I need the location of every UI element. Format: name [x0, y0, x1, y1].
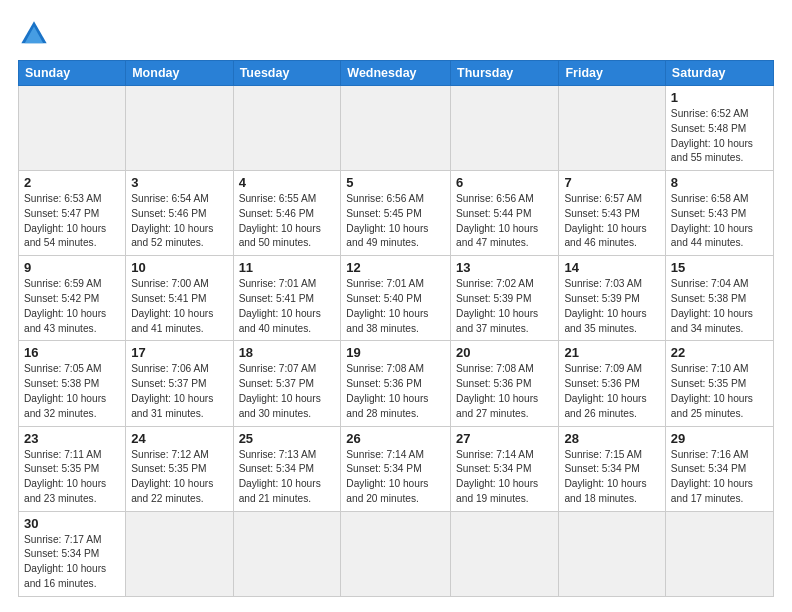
calendar-cell-20: 15Sunrise: 7:04 AM Sunset: 5:38 PM Dayli… — [665, 256, 773, 341]
weekday-header-thursday: Thursday — [451, 61, 559, 86]
day-number-15: 15 — [671, 260, 768, 275]
weekday-header-saturday: Saturday — [665, 61, 773, 86]
calendar-cell-7: 2Sunrise: 6:53 AM Sunset: 5:47 PM Daylig… — [19, 171, 126, 256]
calendar-cell-29: 24Sunrise: 7:12 AM Sunset: 5:35 PM Dayli… — [126, 426, 233, 511]
calendar-cell-26: 21Sunrise: 7:09 AM Sunset: 5:36 PM Dayli… — [559, 341, 665, 426]
day-info-4: Sunrise: 6:55 AM Sunset: 5:46 PM Dayligh… — [239, 192, 336, 251]
day-number-17: 17 — [131, 345, 227, 360]
day-info-1: Sunrise: 6:52 AM Sunset: 5:48 PM Dayligh… — [671, 107, 768, 166]
logo-icon — [18, 18, 50, 50]
calendar-cell-17: 12Sunrise: 7:01 AM Sunset: 5:40 PM Dayli… — [341, 256, 451, 341]
day-number-24: 24 — [131, 431, 227, 446]
day-info-16: Sunrise: 7:05 AM Sunset: 5:38 PM Dayligh… — [24, 362, 120, 421]
calendar-row-2: 2Sunrise: 6:53 AM Sunset: 5:47 PM Daylig… — [19, 171, 774, 256]
calendar-cell-6: 1Sunrise: 6:52 AM Sunset: 5:48 PM Daylig… — [665, 86, 773, 171]
calendar-cell-33: 28Sunrise: 7:15 AM Sunset: 5:34 PM Dayli… — [559, 426, 665, 511]
calendar-cell-9: 4Sunrise: 6:55 AM Sunset: 5:46 PM Daylig… — [233, 171, 341, 256]
calendar-cell-36 — [126, 511, 233, 596]
day-number-9: 9 — [24, 260, 120, 275]
day-number-11: 11 — [239, 260, 336, 275]
day-number-7: 7 — [564, 175, 659, 190]
day-info-3: Sunrise: 6:54 AM Sunset: 5:46 PM Dayligh… — [131, 192, 227, 251]
day-number-2: 2 — [24, 175, 120, 190]
day-info-18: Sunrise: 7:07 AM Sunset: 5:37 PM Dayligh… — [239, 362, 336, 421]
day-number-14: 14 — [564, 260, 659, 275]
weekday-header-monday: Monday — [126, 61, 233, 86]
day-info-30: Sunrise: 7:17 AM Sunset: 5:34 PM Dayligh… — [24, 533, 120, 592]
calendar-cell-1 — [126, 86, 233, 171]
calendar-cell-35: 30Sunrise: 7:17 AM Sunset: 5:34 PM Dayli… — [19, 511, 126, 596]
day-number-18: 18 — [239, 345, 336, 360]
calendar-cell-37 — [233, 511, 341, 596]
day-number-1: 1 — [671, 90, 768, 105]
day-number-23: 23 — [24, 431, 120, 446]
day-info-25: Sunrise: 7:13 AM Sunset: 5:34 PM Dayligh… — [239, 448, 336, 507]
day-number-25: 25 — [239, 431, 336, 446]
day-number-8: 8 — [671, 175, 768, 190]
calendar-cell-34: 29Sunrise: 7:16 AM Sunset: 5:34 PM Dayli… — [665, 426, 773, 511]
day-info-28: Sunrise: 7:15 AM Sunset: 5:34 PM Dayligh… — [564, 448, 659, 507]
calendar-cell-28: 23Sunrise: 7:11 AM Sunset: 5:35 PM Dayli… — [19, 426, 126, 511]
page: SundayMondayTuesdayWednesdayThursdayFrid… — [0, 0, 792, 612]
day-info-21: Sunrise: 7:09 AM Sunset: 5:36 PM Dayligh… — [564, 362, 659, 421]
calendar-cell-31: 26Sunrise: 7:14 AM Sunset: 5:34 PM Dayli… — [341, 426, 451, 511]
calendar-cell-23: 18Sunrise: 7:07 AM Sunset: 5:37 PM Dayli… — [233, 341, 341, 426]
day-number-20: 20 — [456, 345, 553, 360]
day-info-24: Sunrise: 7:12 AM Sunset: 5:35 PM Dayligh… — [131, 448, 227, 507]
calendar-cell-5 — [559, 86, 665, 171]
weekday-header-friday: Friday — [559, 61, 665, 86]
day-number-29: 29 — [671, 431, 768, 446]
calendar-cell-14: 9Sunrise: 6:59 AM Sunset: 5:42 PM Daylig… — [19, 256, 126, 341]
day-info-2: Sunrise: 6:53 AM Sunset: 5:47 PM Dayligh… — [24, 192, 120, 251]
day-info-23: Sunrise: 7:11 AM Sunset: 5:35 PM Dayligh… — [24, 448, 120, 507]
calendar-cell-32: 27Sunrise: 7:14 AM Sunset: 5:34 PM Dayli… — [451, 426, 559, 511]
day-number-16: 16 — [24, 345, 120, 360]
day-number-22: 22 — [671, 345, 768, 360]
calendar-cell-4 — [451, 86, 559, 171]
day-info-15: Sunrise: 7:04 AM Sunset: 5:38 PM Dayligh… — [671, 277, 768, 336]
day-info-8: Sunrise: 6:58 AM Sunset: 5:43 PM Dayligh… — [671, 192, 768, 251]
day-info-9: Sunrise: 6:59 AM Sunset: 5:42 PM Dayligh… — [24, 277, 120, 336]
calendar-cell-39 — [451, 511, 559, 596]
day-number-27: 27 — [456, 431, 553, 446]
day-info-11: Sunrise: 7:01 AM Sunset: 5:41 PM Dayligh… — [239, 277, 336, 336]
weekday-header-wednesday: Wednesday — [341, 61, 451, 86]
day-number-4: 4 — [239, 175, 336, 190]
day-number-30: 30 — [24, 516, 120, 531]
day-number-12: 12 — [346, 260, 445, 275]
calendar-cell-2 — [233, 86, 341, 171]
day-number-10: 10 — [131, 260, 227, 275]
calendar-cell-30: 25Sunrise: 7:13 AM Sunset: 5:34 PM Dayli… — [233, 426, 341, 511]
day-info-22: Sunrise: 7:10 AM Sunset: 5:35 PM Dayligh… — [671, 362, 768, 421]
calendar-cell-25: 20Sunrise: 7:08 AM Sunset: 5:36 PM Dayli… — [451, 341, 559, 426]
calendar-cell-21: 16Sunrise: 7:05 AM Sunset: 5:38 PM Dayli… — [19, 341, 126, 426]
calendar-row-4: 16Sunrise: 7:05 AM Sunset: 5:38 PM Dayli… — [19, 341, 774, 426]
day-number-5: 5 — [346, 175, 445, 190]
day-number-28: 28 — [564, 431, 659, 446]
calendar-row-3: 9Sunrise: 6:59 AM Sunset: 5:42 PM Daylig… — [19, 256, 774, 341]
day-info-26: Sunrise: 7:14 AM Sunset: 5:34 PM Dayligh… — [346, 448, 445, 507]
day-info-6: Sunrise: 6:56 AM Sunset: 5:44 PM Dayligh… — [456, 192, 553, 251]
day-info-29: Sunrise: 7:16 AM Sunset: 5:34 PM Dayligh… — [671, 448, 768, 507]
calendar-cell-40 — [559, 511, 665, 596]
day-number-19: 19 — [346, 345, 445, 360]
day-number-21: 21 — [564, 345, 659, 360]
calendar-cell-15: 10Sunrise: 7:00 AM Sunset: 5:41 PM Dayli… — [126, 256, 233, 341]
calendar-row-5: 23Sunrise: 7:11 AM Sunset: 5:35 PM Dayli… — [19, 426, 774, 511]
calendar-cell-3 — [341, 86, 451, 171]
logo — [18, 18, 54, 50]
calendar-cell-22: 17Sunrise: 7:06 AM Sunset: 5:37 PM Dayli… — [126, 341, 233, 426]
day-info-10: Sunrise: 7:00 AM Sunset: 5:41 PM Dayligh… — [131, 277, 227, 336]
day-info-17: Sunrise: 7:06 AM Sunset: 5:37 PM Dayligh… — [131, 362, 227, 421]
calendar: SundayMondayTuesdayWednesdayThursdayFrid… — [18, 60, 774, 597]
day-number-6: 6 — [456, 175, 553, 190]
calendar-cell-8: 3Sunrise: 6:54 AM Sunset: 5:46 PM Daylig… — [126, 171, 233, 256]
day-info-19: Sunrise: 7:08 AM Sunset: 5:36 PM Dayligh… — [346, 362, 445, 421]
calendar-cell-24: 19Sunrise: 7:08 AM Sunset: 5:36 PM Dayli… — [341, 341, 451, 426]
calendar-cell-38 — [341, 511, 451, 596]
calendar-cell-19: 14Sunrise: 7:03 AM Sunset: 5:39 PM Dayli… — [559, 256, 665, 341]
day-info-14: Sunrise: 7:03 AM Sunset: 5:39 PM Dayligh… — [564, 277, 659, 336]
day-info-5: Sunrise: 6:56 AM Sunset: 5:45 PM Dayligh… — [346, 192, 445, 251]
calendar-cell-10: 5Sunrise: 6:56 AM Sunset: 5:45 PM Daylig… — [341, 171, 451, 256]
weekday-header-row: SundayMondayTuesdayWednesdayThursdayFrid… — [19, 61, 774, 86]
